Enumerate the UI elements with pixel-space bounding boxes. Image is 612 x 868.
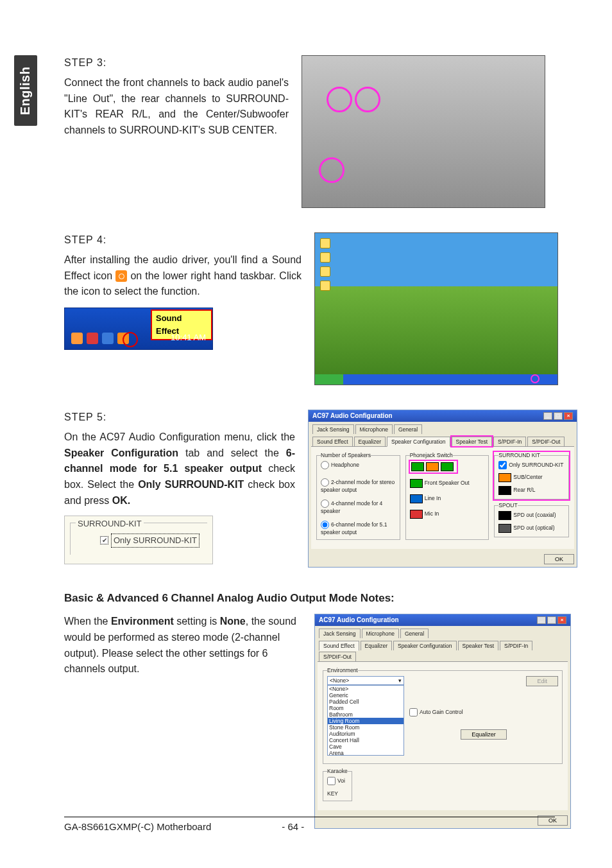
equalizer-button[interactable]: Equalizer bbox=[461, 729, 507, 740]
tab-microphone[interactable]: Microphone bbox=[362, 629, 399, 638]
step3-body: Connect the front channels to back audio… bbox=[64, 75, 289, 139]
headphone-radio[interactable] bbox=[321, 461, 329, 469]
start-button bbox=[315, 374, 343, 385]
step3-photo bbox=[302, 55, 545, 208]
taskbar-screenshot: Sound Effect 10:41 AM bbox=[64, 308, 213, 350]
tray-icon bbox=[102, 333, 114, 344]
tab-spdif-in[interactable]: S/PDIF-In bbox=[500, 641, 532, 650]
6ch-radio[interactable] bbox=[321, 521, 329, 529]
num-speakers-legend: Number of Speakers bbox=[321, 452, 371, 458]
notes-heading: Basic & Advanced 6 Channel Analog Audio … bbox=[64, 592, 577, 605]
phonejack-legend: Phonejack Switch bbox=[410, 452, 453, 458]
tab-speaker-test[interactable]: Speaker Test bbox=[458, 641, 498, 650]
jack-icon bbox=[410, 479, 423, 488]
jack-icon bbox=[411, 462, 424, 471]
tab-sound-effect[interactable]: Sound Effect bbox=[312, 437, 353, 446]
footer-page: - 64 - bbox=[282, 821, 304, 832]
spout-legend: SPOUT bbox=[498, 502, 517, 508]
only-surround-kit-checkbox[interactable]: ✔ bbox=[100, 536, 108, 544]
tray-time: 10:41 AM bbox=[171, 331, 206, 344]
jack-icon bbox=[410, 494, 423, 503]
tray-icon bbox=[71, 333, 83, 344]
tab-spdif-out[interactable]: S/PDIF-Out bbox=[527, 437, 565, 446]
highlight-circle-icon bbox=[355, 87, 380, 112]
maximize-button[interactable]: □ bbox=[547, 616, 556, 624]
jack-icon bbox=[410, 510, 423, 519]
page-footer: GA-8S661GXMP(-C) Motherboard - 64 - bbox=[64, 817, 555, 832]
desktop-icon bbox=[320, 266, 330, 277]
tab-jack-sensing[interactable]: Jack Sensing bbox=[319, 629, 361, 638]
voice-checkbox[interactable] bbox=[327, 777, 336, 785]
step5-body: On the AC97 Audio Configuration menu, cl… bbox=[64, 430, 295, 509]
environment-select[interactable]: <None>▾ bbox=[327, 676, 404, 685]
chevron-down-icon: ▾ bbox=[398, 677, 402, 684]
tab-spdif-out[interactable]: S/PDIF-Out bbox=[319, 652, 356, 661]
tab-equalizer[interactable]: Equalizer bbox=[354, 437, 386, 446]
step4-body: After installing the audio driver, you'l… bbox=[64, 252, 302, 300]
tray-icon bbox=[87, 333, 98, 344]
jack-icon bbox=[498, 511, 511, 520]
tab-general[interactable]: General bbox=[400, 629, 429, 638]
karaoke-legend: Karaoke bbox=[327, 768, 348, 774]
step3-title: STEP 3: bbox=[64, 55, 289, 71]
ac97-sound-effect-dialog: AC97 Audio Configuration _ □ × Jack Sens… bbox=[314, 614, 571, 829]
tab-general[interactable]: General bbox=[394, 424, 422, 434]
surround-kit-legend: SURROUND-KIT bbox=[76, 517, 144, 530]
surround-kit-legend: SURROUND KIT bbox=[498, 452, 540, 458]
taskbar bbox=[315, 374, 557, 385]
desktop-icon bbox=[320, 238, 330, 248]
only-surround-kit-label: Only SURROUND-KIT bbox=[111, 534, 200, 548]
highlight-circle-icon bbox=[319, 157, 344, 183]
key-label: KEY bbox=[327, 790, 348, 797]
jack-icon bbox=[441, 462, 454, 471]
jack-icon bbox=[426, 462, 439, 471]
2ch-radio[interactable] bbox=[321, 478, 329, 487]
dialog-title: AC97 Audio Configuration bbox=[319, 616, 399, 624]
4ch-radio[interactable] bbox=[321, 499, 329, 508]
tab-equalizer[interactable]: Equalizer bbox=[361, 641, 392, 650]
jack-icon bbox=[498, 486, 511, 495]
minimize-button[interactable]: _ bbox=[537, 616, 546, 624]
tab-jack-sensing[interactable]: Jack Sensing bbox=[312, 424, 354, 434]
environment-legend: Environment bbox=[327, 667, 358, 673]
jack-icon bbox=[498, 473, 511, 482]
environment-dropdown-list[interactable]: <None> Generic Padded Cell Room Bathroom… bbox=[327, 685, 404, 756]
maximize-button[interactable]: □ bbox=[554, 412, 563, 420]
sound-effect-icon bbox=[115, 270, 127, 282]
close-button[interactable]: × bbox=[557, 616, 566, 624]
tab-microphone[interactable]: Microphone bbox=[355, 424, 393, 434]
tab-speaker-test[interactable]: Speaker Test bbox=[452, 437, 492, 446]
desktop-icon bbox=[320, 252, 330, 263]
surround-kit-crop: SURROUND-KIT ✔ Only SURROUND-KIT bbox=[64, 516, 213, 564]
language-tab: English bbox=[14, 55, 37, 126]
tab-spdif-in[interactable]: S/PDIF-In bbox=[493, 437, 526, 446]
only-skit-checkbox[interactable] bbox=[498, 461, 507, 469]
agc-checkbox[interactable] bbox=[409, 708, 418, 716]
jack-icon bbox=[498, 524, 511, 533]
ok-button[interactable]: OK bbox=[544, 554, 574, 564]
desktop-icon bbox=[320, 281, 330, 291]
footer-model: GA-8S661GXMP(-C) Motherboard bbox=[64, 821, 211, 832]
highlight-circle-icon bbox=[327, 87, 352, 112]
dialog-title: AC97 Audio Configuration bbox=[312, 412, 393, 420]
notes-body: When the Environment setting is None, th… bbox=[64, 614, 302, 677]
edit-button[interactable]: Edit bbox=[526, 676, 558, 686]
tab-sound-effect[interactable]: Sound Effect bbox=[319, 641, 359, 651]
highlight-circle-icon bbox=[531, 374, 540, 383]
step5-title: STEP 5: bbox=[64, 410, 295, 426]
tab-speaker-configuration[interactable]: Speaker Configuration bbox=[387, 437, 450, 447]
ac97-speaker-config-dialog: AC97 Audio Configuration _ □ × Jack Sens… bbox=[308, 410, 577, 568]
desktop-screenshot bbox=[314, 232, 558, 385]
minimize-button[interactable]: _ bbox=[543, 412, 552, 420]
close-button[interactable]: × bbox=[564, 412, 573, 420]
language-label: English bbox=[19, 66, 33, 115]
step4-title: STEP 4: bbox=[64, 232, 302, 248]
tab-speaker-configuration[interactable]: Speaker Configuration bbox=[393, 641, 457, 650]
highlight-circle-icon bbox=[123, 332, 138, 347]
